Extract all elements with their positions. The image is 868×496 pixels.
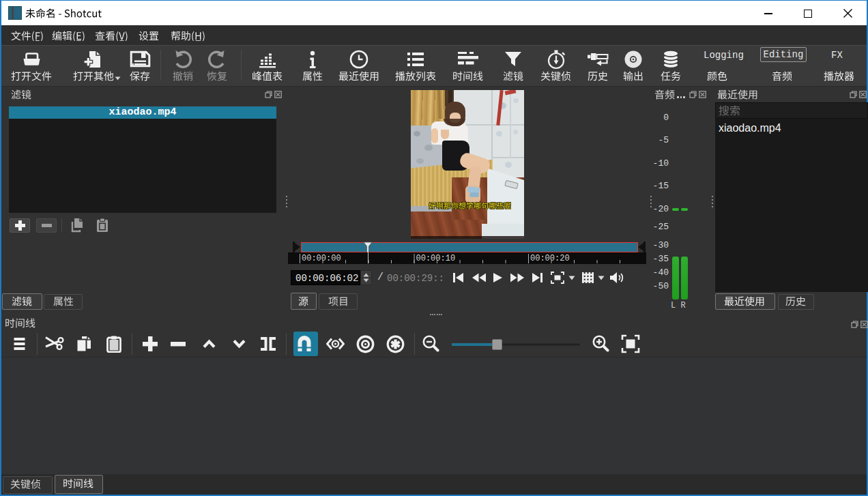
svg-text:00:00:00: 00:00:00: [302, 254, 341, 263]
svg-text:00:00:10: 00:00:10: [416, 254, 456, 263]
svg-text:00:00:20: 00:00:20: [530, 254, 570, 263]
